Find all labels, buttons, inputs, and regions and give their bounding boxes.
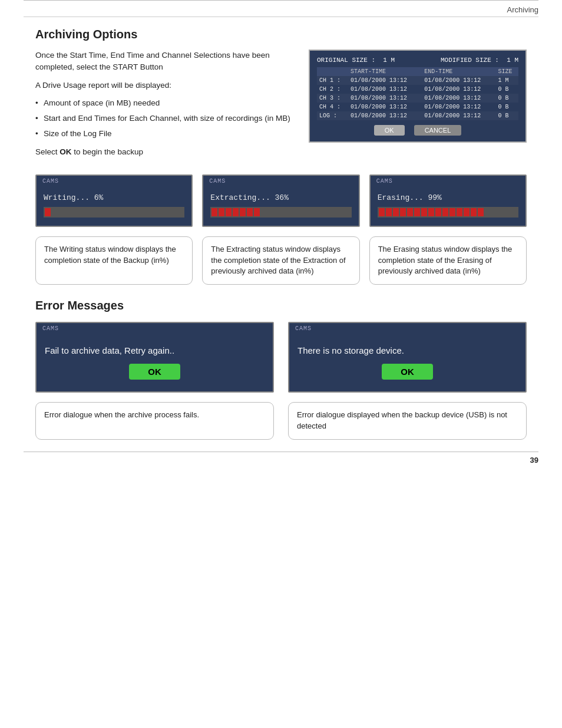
header-rule <box>24 17 538 17</box>
status-window-title: CAMS <box>376 178 393 185</box>
intro-row: Once the Start Time, End Time and Channe… <box>35 50 527 164</box>
status-caption-1: The Extracting status window displays th… <box>202 236 359 285</box>
archive-table-row: CH 2 :01/08/2000 13:1201/08/2000 13:120 … <box>317 85 518 94</box>
col-header-ch <box>317 67 348 76</box>
status-captions-row: The Writing status window displays the c… <box>35 236 527 285</box>
col-header-size: SIZE <box>495 67 518 76</box>
progress-bar-outer <box>378 207 518 218</box>
archive-table-row: CH 1 :01/08/2000 13:1201/08/2000 13:121 … <box>317 76 518 85</box>
progress-segment <box>407 208 413 216</box>
progress-segment <box>226 208 232 216</box>
error-message-text: Fail to archive data, Retry again.. <box>45 345 265 355</box>
bullet-item-3: Size of the Log File <box>35 128 295 140</box>
progress-segments <box>44 207 184 218</box>
drive-usage-label: A Drive Usage report will be displayed: <box>35 80 295 91</box>
error-ok-button-1[interactable]: OK <box>382 364 433 380</box>
progress-segment <box>400 208 406 216</box>
status-percent-label: Extracting... 36% <box>210 193 351 202</box>
status-percent-label: Erasing... 99% <box>378 193 518 202</box>
error-caption-0: Error dialogue when the archive process … <box>35 402 274 440</box>
chapter-header: Archiving <box>0 1 562 17</box>
error-window-1: CAMSThere is no storage device.OK <box>288 322 527 393</box>
archive-ok-button[interactable]: OK <box>374 125 405 136</box>
error-windows-row: CAMSFail to archive data, Retry again..O… <box>35 322 527 393</box>
error-caption-1: Error dialogue displayed when the backup… <box>288 402 527 440</box>
progress-segments <box>210 207 351 218</box>
bullet-item-2: Start and End Times for Each Channel, wi… <box>35 113 295 124</box>
progress-segment <box>435 208 441 216</box>
progress-segment <box>45 208 51 216</box>
progress-segment <box>386 208 392 216</box>
progress-segment <box>449 208 455 216</box>
archive-table-row: CH 3 :01/08/2000 13:1201/08/2000 13:120 … <box>317 94 518 103</box>
status-percent-label: Writing... 6% <box>44 193 184 202</box>
progress-segment <box>421 208 427 216</box>
progress-segment <box>211 208 217 216</box>
archive-data-table: START-TIME END-TIME SIZE CH 1 :01/08/200… <box>317 67 518 120</box>
bullet-list: Amount of space (in MB) needed Start and… <box>35 97 295 140</box>
progress-segment <box>478 208 484 216</box>
progress-segment <box>379 208 385 216</box>
status-window-title: CAMS <box>209 178 226 185</box>
progress-segment <box>233 208 239 216</box>
progress-segment <box>240 208 246 216</box>
error-window-title: CAMS <box>42 325 59 332</box>
error-captions-row: Error dialogue when the archive process … <box>35 402 527 440</box>
progress-segment <box>471 208 477 216</box>
status-window-0: CAMSWriting... 6% <box>35 174 193 227</box>
progress-segments <box>378 207 518 218</box>
progress-segment <box>464 208 470 216</box>
progress-segment <box>247 208 253 216</box>
chapter-label: Archiving <box>507 5 538 14</box>
modified-size-label: MODIFIED SIZE : 1 M <box>441 57 518 64</box>
error-message-text: There is no storage device. <box>297 345 517 355</box>
progress-segment <box>254 208 260 216</box>
archive-buttons: OK CANCEL <box>317 125 518 136</box>
error-window-title: CAMS <box>295 325 312 332</box>
status-window-title: CAMS <box>42 178 59 185</box>
intro-paragraph: Once the Start Time, End Time and Channe… <box>35 50 295 74</box>
page-number: 39 <box>0 452 562 468</box>
progress-segment <box>219 208 224 216</box>
col-header-start: START-TIME <box>348 67 422 76</box>
col-header-end: END-TIME <box>422 67 495 76</box>
archive-table-row: CH 4 :01/08/2000 13:1201/08/2000 13:120 … <box>317 103 518 111</box>
original-size-label: ORIGINAL SIZE : 1 M <box>317 57 395 64</box>
status-window-2: CAMSErasing... 99% <box>369 174 527 227</box>
bullet-item-1: Amount of space (in MB) needed <box>35 97 295 109</box>
progress-bar-outer <box>44 207 184 218</box>
status-window-1: CAMSExtracting... 36% <box>202 174 359 227</box>
progress-segment <box>442 208 448 216</box>
section-title-archiving: Archiving Options <box>35 28 527 41</box>
intro-text: Once the Start Time, End Time and Channe… <box>35 50 295 164</box>
status-caption-0: The Writing status window displays the c… <box>35 236 193 285</box>
error-section-title: Error Messages <box>35 299 527 312</box>
archive-table-row: LOG :01/08/2000 13:1201/08/2000 13:120 B <box>317 111 518 120</box>
progress-bar-outer <box>210 207 351 218</box>
archive-table-header: ORIGINAL SIZE : 1 M MODIFIED SIZE : 1 M <box>317 57 518 64</box>
progress-segment <box>414 208 420 216</box>
archive-cancel-button[interactable]: CANCEL <box>414 125 462 136</box>
progress-segment <box>393 208 399 216</box>
error-window-0: CAMSFail to archive data, Retry again..O… <box>35 322 274 393</box>
progress-segment <box>457 208 462 216</box>
status-caption-2: The Erasing status window displays the c… <box>369 236 527 285</box>
error-ok-button-0[interactable]: OK <box>129 364 180 380</box>
select-ok-text: Select OK to begin the backup <box>35 146 295 158</box>
status-windows-row: CAMSWriting... 6%CAMSExtracting... 36%CA… <box>35 174 527 227</box>
progress-segment <box>428 208 434 216</box>
archive-table-container: ORIGINAL SIZE : 1 M MODIFIED SIZE : 1 M … <box>309 50 527 143</box>
